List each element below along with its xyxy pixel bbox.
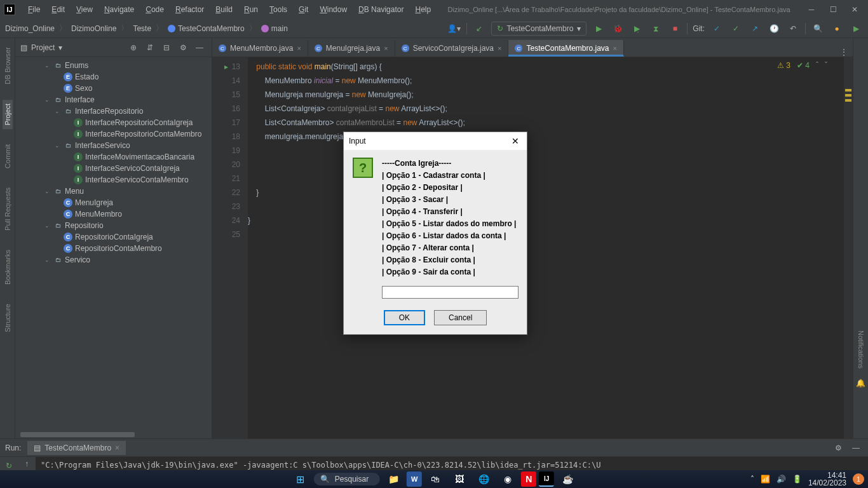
- dialog-titlebar[interactable]: Input ✕: [344, 132, 527, 150]
- expand-all-icon[interactable]: ⇵: [143, 41, 157, 55]
- word-icon[interactable]: W: [407, 471, 422, 487]
- profile-button[interactable]: ⧗: [649, 22, 663, 36]
- breadcrumb[interactable]: Dizimo_Online〉 DizimoOnline〉 Teste〉 Test…: [5, 23, 288, 34]
- error-stripe[interactable]: [844, 57, 853, 438]
- menu-git[interactable]: Git: [294, 3, 313, 17]
- left-tab-db-browser[interactable]: DB Browser: [3, 43, 13, 88]
- coverage-button[interactable]: ▶̣: [630, 22, 644, 36]
- vcs-update-icon[interactable]: ↙: [472, 22, 486, 36]
- left-tab-project[interactable]: Project: [3, 100, 13, 129]
- tree-item[interactable]: ⌄🗀Enums: [15, 60, 212, 71]
- git-rollback-icon[interactable]: ↶: [786, 22, 800, 36]
- tree-item[interactable]: ⌄🗀InterfaceServico: [15, 140, 212, 151]
- project-tree[interactable]: ⌄🗀EnumsEEstadoESexo⌄🗀Interface⌄🗀Interfac…: [15, 57, 212, 431]
- git-update-icon[interactable]: ↗: [748, 22, 762, 36]
- notifications-tab[interactable]: Notifications: [856, 327, 866, 372]
- hide-run-icon[interactable]: —: [849, 441, 863, 455]
- menu-tools[interactable]: Tools: [264, 3, 292, 17]
- minimize-button[interactable]: ─: [802, 3, 821, 16]
- left-tab-commit[interactable]: Commit: [3, 140, 13, 172]
- menu-run[interactable]: Run: [239, 3, 263, 17]
- code-content[interactable]: public static void main(String[] args) {…: [248, 57, 853, 438]
- tabs-more-icon[interactable]: ⋮: [835, 48, 853, 57]
- inspection-widget[interactable]: ⚠ 3 ✔ 4 ˆ ˇ: [777, 61, 827, 70]
- menu-refactor[interactable]: Refactor: [170, 3, 209, 17]
- tree-item[interactable]: ⌄🗀Repositorio: [15, 220, 212, 231]
- store-icon[interactable]: 🛍: [424, 471, 446, 487]
- left-tab-bookmarks[interactable]: Bookmarks: [3, 246, 13, 288]
- edge-icon[interactable]: 🌐: [473, 471, 494, 487]
- taskbar-search[interactable]: 🔍 Pesquisar: [314, 473, 380, 485]
- tree-item[interactable]: CRepositorioContaMembro: [15, 243, 212, 254]
- java-app-icon[interactable]: ☕: [557, 471, 578, 487]
- volume-icon[interactable]: 🔊: [776, 475, 786, 484]
- ok-button[interactable]: OK: [384, 310, 425, 325]
- editor-tab[interactable]: CMenuIgreja.java×: [308, 40, 395, 57]
- settings-icon[interactable]: ▶: [849, 22, 863, 36]
- git-history-icon[interactable]: 🕐: [767, 22, 781, 36]
- menu-db-navigator[interactable]: DB Navigator: [353, 3, 409, 17]
- tree-item[interactable]: ⌄🗀Interface: [15, 94, 212, 105]
- run-settings-icon[interactable]: ⚙: [831, 441, 845, 455]
- close-icon[interactable]: ×: [115, 444, 119, 452]
- left-tab-structure[interactable]: Structure: [3, 300, 13, 336]
- select-opened-file-icon[interactable]: ⊕: [126, 41, 140, 55]
- run-config-tab[interactable]: ▤ TesteContaMembro ×: [27, 441, 126, 455]
- notification-badge[interactable]: 1: [853, 473, 864, 485]
- warning-marker[interactable]: [845, 94, 851, 97]
- left-tab-pull-requests[interactable]: Pull Requests: [3, 184, 13, 234]
- start-button[interactable]: ⊞: [290, 471, 311, 487]
- editor-tab[interactable]: CMenuMembro.java×: [212, 40, 308, 57]
- menu-view[interactable]: View: [71, 3, 98, 17]
- warnings-indicator[interactable]: ⚠ 3: [777, 61, 790, 70]
- menu-code[interactable]: Code: [140, 3, 169, 17]
- wifi-icon[interactable]: 📶: [761, 475, 770, 484]
- tree-item[interactable]: IInterfaceServicoContaIgreja: [15, 163, 212, 174]
- crumb-method[interactable]: main: [271, 24, 288, 33]
- stop-button[interactable]: ■: [668, 22, 682, 36]
- ide-updates-icon[interactable]: ●: [830, 22, 844, 36]
- close-tab-icon[interactable]: ×: [384, 44, 388, 52]
- tree-item[interactable]: IInterfaceRepositorioContaMembro: [15, 128, 212, 140]
- close-button[interactable]: ✕: [845, 3, 864, 16]
- netflix-icon[interactable]: N: [521, 471, 536, 487]
- tree-item[interactable]: ⌄🗀Servico: [15, 254, 212, 266]
- user-icon[interactable]: 👤▾: [447, 22, 461, 36]
- git-commit-icon[interactable]: ✓: [710, 22, 724, 36]
- close-tab-icon[interactable]: ×: [498, 44, 501, 52]
- panel-settings-icon[interactable]: ⚙: [176, 41, 190, 55]
- editor-tab[interactable]: CTesteContaMembro.java×: [508, 40, 624, 57]
- close-tab-icon[interactable]: ×: [297, 44, 301, 52]
- debug-button[interactable]: 🐞: [611, 22, 625, 36]
- chrome-icon[interactable]: ◉: [497, 471, 519, 487]
- crumb-project[interactable]: Dizimo_Online: [5, 24, 55, 33]
- tree-item[interactable]: IInterfaceRepositorioContaIgreja: [15, 117, 212, 128]
- git-push-icon[interactable]: ✓: [729, 22, 743, 36]
- tree-item[interactable]: EEstado: [15, 71, 212, 83]
- explorer-icon[interactable]: 📁: [383, 471, 404, 487]
- tree-item[interactable]: CMenuMembro: [15, 208, 212, 220]
- ok-indicator[interactable]: ✔ 4: [797, 61, 810, 70]
- notifications-icon[interactable]: 🔔: [856, 379, 865, 388]
- crumb-class[interactable]: TesteContaMembro: [178, 24, 245, 33]
- battery-icon[interactable]: 🔋: [792, 475, 802, 484]
- hide-panel-icon[interactable]: —: [193, 41, 207, 55]
- up-button[interactable]: ↑: [25, 459, 29, 468]
- horizontal-scrollbar[interactable]: [18, 431, 209, 438]
- menu-help[interactable]: Help: [410, 3, 436, 17]
- photos-icon[interactable]: 🖼: [449, 471, 470, 487]
- taskbar-clock[interactable]: 14:41 14/02/2023: [808, 471, 846, 487]
- chevron-down-icon[interactable]: ˇ: [825, 61, 827, 70]
- chevron-up-icon[interactable]: ˆ: [816, 61, 818, 70]
- run-config-selector[interactable]: ↻ TesteContaMembro ▾: [491, 22, 587, 36]
- intellij-taskbar-icon[interactable]: IJ: [539, 471, 554, 487]
- crumb-pkg[interactable]: DizimoOnline: [71, 24, 116, 33]
- scrollbar-thumb[interactable]: [20, 432, 135, 437]
- maximize-button[interactable]: ☐: [824, 3, 843, 16]
- menu-build[interactable]: Build: [210, 3, 238, 17]
- editor-tab[interactable]: CServicoContaIgreja.java×: [395, 40, 509, 57]
- menu-edit[interactable]: Edit: [46, 3, 70, 17]
- collapse-all-icon[interactable]: ⊟: [159, 41, 173, 55]
- tray-chevron-icon[interactable]: ˄: [750, 475, 754, 484]
- tree-item[interactable]: CMenuIgreja: [15, 197, 212, 208]
